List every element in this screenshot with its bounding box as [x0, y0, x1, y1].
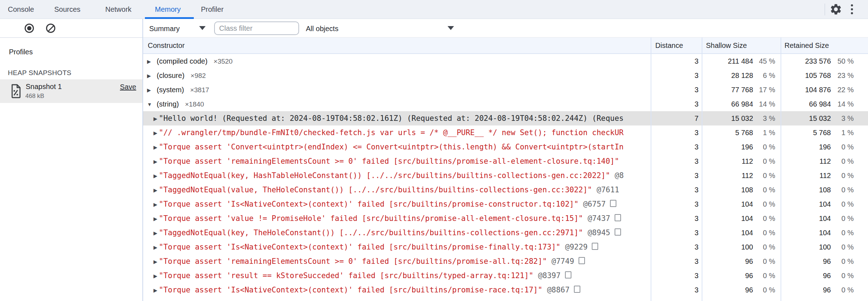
heap-string-row[interactable]: ▶"// .wrangler/tmp/bundle-FmNIt0/checked…: [143, 125, 868, 140]
heap-string-row[interactable]: ▶"Torque assert 'Is<NativeContext>(conte…: [143, 240, 868, 254]
perspective-select-arrow-icon[interactable]: [199, 26, 206, 30]
size-percent: 0 %: [831, 226, 854, 240]
column-header-retained-size[interactable]: Retained Size: [784, 38, 829, 53]
heap-group-row[interactable]: ▶(closure)×982328 1286 %105 76823 %: [143, 68, 868, 83]
pane-divider[interactable]: [142, 19, 143, 301]
expand-arrow-icon[interactable]: ▶: [153, 226, 159, 240]
string-value: "Torque assert 'value != PromiseHole' fa…: [159, 214, 583, 223]
column-header-shallow-size[interactable]: Shallow Size: [706, 38, 747, 53]
size-percent: 22 %: [831, 83, 854, 97]
size-value: 96: [823, 283, 831, 297]
constructor-cell: ▼(string)×1840: [143, 97, 650, 111]
column-header-distance[interactable]: Distance: [655, 38, 683, 53]
record-dot-icon: [27, 26, 31, 30]
retained-size-cell: 1080 %: [781, 183, 868, 197]
distance-cell: 3: [651, 68, 701, 83]
class-filter-input[interactable]: [214, 21, 299, 35]
expand-arrow-icon[interactable]: ▶: [153, 240, 159, 254]
size-value: 104: [741, 211, 753, 226]
heap-string-row[interactable]: ▶"Torque assert 'remainingElementsCount …: [143, 254, 868, 268]
shallow-size-cell: 5 7681 %: [702, 125, 780, 140]
size-value: 100: [741, 240, 753, 254]
size-percent: 3 %: [831, 111, 854, 125]
devtools-tab-bar: ConsoleSourcesNetworkMemoryProfiler: [0, 0, 868, 19]
size-percent: 6 %: [753, 68, 775, 83]
shallow-size-cell: 960 %: [702, 254, 780, 268]
snapshot-list-item[interactable]: Snapshot 1 468 kB Save: [0, 79, 142, 103]
size-value: 96: [823, 254, 831, 268]
expand-arrow-icon[interactable]: ▶: [153, 269, 159, 283]
string-value: "Torque assert 'remainingElementsCount >…: [159, 157, 619, 166]
clear-profiles-button[interactable]: [46, 24, 55, 33]
settings-gear-icon[interactable]: [829, 3, 842, 16]
snapshot-save-link[interactable]: Save: [120, 83, 136, 91]
size-percent: 0 %: [831, 254, 854, 268]
expand-arrow-icon[interactable]: ▶: [153, 154, 159, 168]
heap-string-row[interactable]: ▶"Hello world! (Requested at: 2024-08-19…: [143, 111, 868, 125]
heap-group-row[interactable]: ▶(compiled code)×35203211 48445 %233 576…: [143, 54, 868, 68]
reveal-object-icon[interactable]: [592, 243, 598, 250]
all-objects-select[interactable]: All objects: [306, 24, 338, 34]
string-value: "TaggedNotEqual(key, HashTableHoleConsta…: [159, 171, 610, 180]
reveal-object-icon[interactable]: [615, 214, 621, 221]
expand-arrow-icon[interactable]: ▶: [147, 83, 157, 97]
size-value: 104: [741, 226, 753, 240]
size-value: 77 768: [731, 83, 753, 97]
heap-string-row[interactable]: ▶"TaggedNotEqual(value, TheHoleConstant(…: [143, 183, 868, 197]
retained-size-cell: 66 98414 %: [781, 97, 868, 111]
heap-string-row[interactable]: ▶"Torque assert 'Is<NativeContext>(conte…: [143, 197, 868, 211]
reveal-object-icon[interactable]: [565, 271, 571, 278]
all-objects-select-arrow-icon[interactable]: [448, 26, 454, 30]
tab-profiler[interactable]: Profiler: [201, 0, 223, 19]
expand-arrow-icon[interactable]: ▶: [153, 126, 159, 140]
expand-arrow-icon[interactable]: ▶: [153, 197, 159, 211]
retained-size-cell: 5 7681 %: [781, 125, 868, 140]
perspective-select[interactable]: Summary: [149, 24, 180, 34]
expand-arrow-icon[interactable]: ▶: [147, 69, 157, 83]
reveal-object-icon[interactable]: [615, 228, 621, 236]
tab-sources[interactable]: Sources: [54, 0, 80, 19]
grid-header-row: Constructor Distance Shallow Size Retain…: [143, 38, 868, 54]
tab-console[interactable]: Console: [8, 0, 34, 19]
heap-string-row[interactable]: ▶"Torque assert 'value != PromiseHole' f…: [143, 211, 868, 226]
size-percent: 3 %: [753, 111, 775, 125]
retained-size-cell: 1040 %: [781, 197, 868, 211]
reveal-object-icon[interactable]: [574, 286, 580, 293]
heap-snapshot-icon: [11, 84, 21, 100]
reveal-object-icon[interactable]: [579, 257, 585, 264]
size-percent: 45 %: [753, 54, 775, 68]
size-value: 96: [745, 268, 753, 283]
tab-network[interactable]: Network: [105, 0, 131, 19]
tab-memory[interactable]: Memory: [155, 0, 181, 19]
retained-size-cell: 1000 %: [781, 240, 868, 254]
heap-string-row[interactable]: ▶"Torque assert 'Convert<uintptr>(endInd…: [143, 140, 868, 154]
more-options-kebab-icon[interactable]: [851, 4, 853, 15]
expand-arrow-icon[interactable]: ▶: [153, 212, 159, 226]
expand-arrow-icon[interactable]: ▶: [153, 283, 159, 297]
expand-arrow-icon[interactable]: ▶: [153, 169, 159, 183]
column-header-constructor[interactable]: Constructor: [148, 38, 185, 53]
heap-string-row[interactable]: ▶"TaggedNotEqual(key, HashTableHoleConst…: [143, 168, 868, 183]
heap-group-row[interactable]: ▼(string)×1840366 98414 %66 98414 %: [143, 97, 868, 111]
expand-arrow-icon[interactable]: ▶: [153, 255, 159, 268]
retained-size-cell: 960 %: [781, 254, 868, 268]
reveal-object-icon[interactable]: [610, 200, 616, 207]
expand-arrow-icon[interactable]: ▶: [153, 140, 159, 154]
collapse-arrow-icon[interactable]: ▼: [147, 97, 157, 111]
size-value: 105 768: [805, 68, 831, 83]
snapshot-name[interactable]: Snapshot 1: [26, 83, 62, 91]
heap-string-row[interactable]: ▶"Torque assert 'Is<NativeContext>(conte…: [143, 283, 868, 297]
heap-string-row[interactable]: ▶"Torque assert 'result == kStoreSuccede…: [143, 268, 868, 283]
heap-string-row[interactable]: ▶"TaggedNotEqual(key, TheHoleConstant())…: [143, 226, 868, 240]
size-percent: 0 %: [753, 283, 775, 297]
record-heap-snapshot-button[interactable]: [25, 24, 34, 33]
constructor-cell: ▶"Torque assert 'value != PromiseHole' f…: [143, 211, 650, 226]
size-percent: 1 %: [831, 125, 854, 140]
heap-group-row[interactable]: ▶(system)×3817377 76817 %104 87622 %: [143, 83, 868, 97]
constructor-cell: ▶"Torque assert 'remainingElementsCount …: [143, 154, 650, 168]
expand-arrow-icon[interactable]: ▶: [147, 54, 157, 68]
shallow-size-cell: 15 0323 %: [702, 111, 780, 125]
expand-arrow-icon[interactable]: ▶: [153, 183, 159, 197]
expand-arrow-icon[interactable]: ▶: [153, 112, 159, 125]
heap-string-row[interactable]: ▶"Torque assert 'remainingElementsCount …: [143, 154, 868, 168]
